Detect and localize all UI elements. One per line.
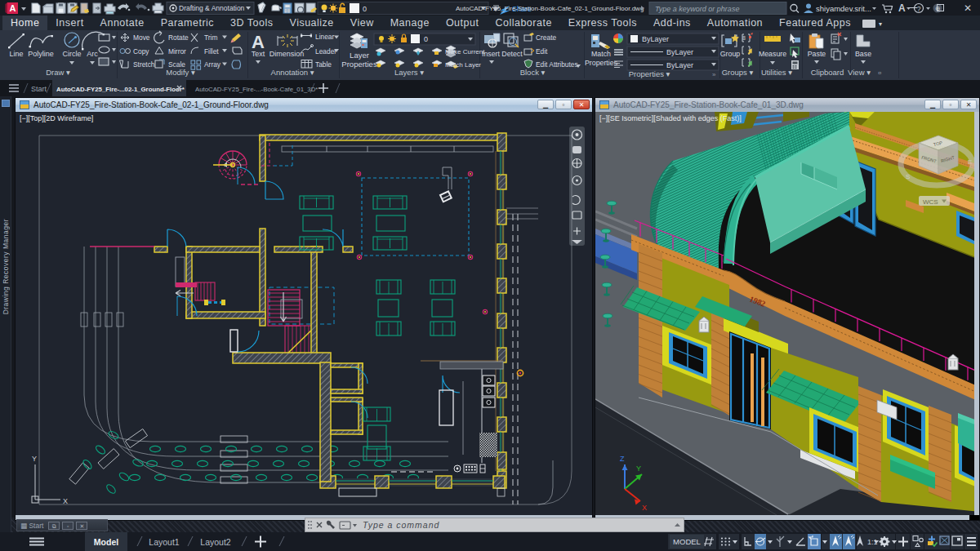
svg-text:MODEL: MODEL bbox=[673, 537, 701, 546]
svg-text:Make Current: Make Current bbox=[445, 48, 485, 56]
svg-text:Clipboard: Clipboard bbox=[811, 68, 844, 77]
svg-text:Groups ▾: Groups ▾ bbox=[722, 68, 754, 77]
svg-text:Properties: Properties bbox=[341, 60, 377, 69]
svg-text:Line: Line bbox=[9, 50, 23, 58]
svg-text:X: X bbox=[642, 504, 647, 512]
svg-text:AutoCAD-FY25_Fire-Station-Book: AutoCAD-FY25_Fire-Station-Book-Cafe_02-1… bbox=[456, 5, 644, 12]
svg-text:Measure: Measure bbox=[759, 50, 786, 58]
svg-text:Y: Y bbox=[32, 455, 37, 463]
svg-text:¤: ¤ bbox=[878, 69, 882, 77]
svg-text:View ▾: View ▾ bbox=[848, 68, 871, 77]
svg-text:»: » bbox=[712, 71, 716, 78]
svg-text:Polyline: Polyline bbox=[28, 50, 54, 58]
svg-text:Circle: Circle bbox=[62, 50, 81, 58]
svg-text:Modify ▾: Modify ▾ bbox=[166, 68, 195, 77]
svg-text:Y: Y bbox=[636, 464, 641, 473]
svg-text:AutoCAD-FY25_Fire-...-Book-Caf: AutoCAD-FY25_Fire-...-Book-Cafe_01_3D* bbox=[195, 86, 318, 93]
svg-text:Rotate: Rotate bbox=[168, 33, 189, 42]
svg-text:Group: Group bbox=[720, 50, 741, 58]
svg-text:Move: Move bbox=[133, 33, 150, 42]
svg-text:Create: Create bbox=[536, 33, 556, 42]
svg-text:Z: Z bbox=[620, 455, 625, 463]
svg-text:Type a command: Type a command bbox=[363, 520, 439, 530]
svg-text:8: 8 bbox=[742, 35, 746, 41]
svg-text:Model: Model bbox=[94, 537, 118, 547]
svg-text:Start: Start bbox=[31, 85, 47, 93]
svg-text:Block ▾: Block ▾ bbox=[520, 68, 546, 77]
svg-text:Layout2: Layout2 bbox=[200, 537, 231, 547]
svg-text:Annotation ▾: Annotation ▾ bbox=[271, 68, 314, 77]
svg-text:Leader: Leader bbox=[315, 47, 336, 56]
svg-text:S: S bbox=[906, 173, 910, 180]
svg-text:WCS: WCS bbox=[923, 198, 938, 206]
svg-text:X: X bbox=[63, 497, 68, 505]
svg-text:Type a keyword or phrase: Type a keyword or phrase bbox=[655, 5, 739, 13]
svg-text:Trim: Trim bbox=[204, 33, 217, 42]
svg-text:0: 0 bbox=[424, 35, 428, 43]
svg-text:Layout1: Layout1 bbox=[149, 537, 180, 547]
svg-text:Array: Array bbox=[204, 60, 221, 69]
svg-text:E: E bbox=[968, 158, 972, 166]
svg-text:A: A bbox=[898, 2, 906, 14]
svg-text:Copy: Copy bbox=[133, 47, 149, 56]
svg-text:Dimension: Dimension bbox=[270, 50, 305, 58]
svg-text:Paste: Paste bbox=[808, 50, 826, 58]
svg-text:Properties: Properties bbox=[585, 59, 618, 67]
svg-text:Properties ▾: Properties ▾ bbox=[629, 69, 670, 78]
svg-text:Table: Table bbox=[315, 60, 332, 69]
svg-text:Layers ▾: Layers ▾ bbox=[394, 68, 424, 77]
svg-text:Insert: Insert bbox=[482, 50, 501, 58]
svg-text:shiyamdev.srit...: shiyamdev.srit... bbox=[816, 4, 871, 13]
svg-text:0: 0 bbox=[363, 5, 367, 13]
svg-text:Drafting & Annotation: Drafting & Annotation bbox=[179, 4, 245, 12]
svg-text:Mirror: Mirror bbox=[168, 47, 186, 56]
svg-text:Match: Match bbox=[591, 50, 611, 58]
svg-text:Edit: Edit bbox=[536, 47, 548, 56]
svg-text:Text: Text bbox=[252, 50, 265, 58]
svg-text:Layer: Layer bbox=[350, 51, 369, 60]
svg-text:Fillet: Fillet bbox=[204, 47, 219, 56]
svg-text:AutoCAD-FY25_Fire-...02-1_Grou: AutoCAD-FY25_Fire-...02-1_Ground-Floor* bbox=[56, 86, 185, 93]
svg-text:ByLayer: ByLayer bbox=[666, 61, 693, 69]
svg-text:Detect: Detect bbox=[501, 50, 523, 58]
svg-text:Draw ▾: Draw ▾ bbox=[46, 68, 70, 77]
svg-text:A: A bbox=[10, 3, 16, 13]
svg-text:ByLayer: ByLayer bbox=[642, 35, 669, 43]
svg-text:Linear: Linear bbox=[315, 33, 334, 41]
svg-text:Base: Base bbox=[855, 50, 871, 58]
svg-text:ByLayer: ByLayer bbox=[666, 48, 693, 56]
svg-text:Match Layer: Match Layer bbox=[445, 61, 481, 69]
svg-text:Arc: Arc bbox=[87, 50, 98, 58]
svg-text:Stretch: Stretch bbox=[133, 60, 155, 69]
svg-text:Utilities ▾: Utilities ▾ bbox=[761, 68, 792, 77]
